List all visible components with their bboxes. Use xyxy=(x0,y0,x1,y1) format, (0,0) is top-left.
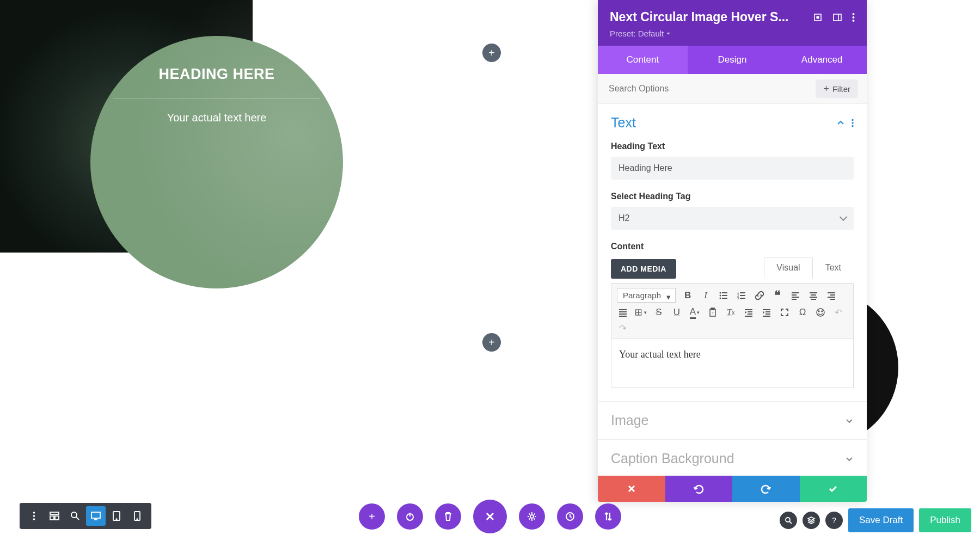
svg-rect-48 xyxy=(763,309,770,310)
circular-module-image[interactable] xyxy=(0,0,253,253)
heading-text-input[interactable] xyxy=(611,157,854,180)
tab-content[interactable]: Content xyxy=(598,46,688,74)
svg-rect-24 xyxy=(792,297,799,298)
align-right-icon[interactable] xyxy=(825,290,837,302)
filter-button[interactable]: + Filter xyxy=(816,79,858,98)
snap-icon[interactable] xyxy=(832,13,842,22)
wireframe-icon[interactable] xyxy=(45,506,64,526)
strike-icon[interactable]: S xyxy=(653,306,665,318)
paste-icon[interactable]: T xyxy=(707,306,719,318)
help-icon[interactable]: ? xyxy=(825,512,843,529)
svg-rect-33 xyxy=(830,299,835,300)
svg-rect-29 xyxy=(811,299,816,300)
tablet-view-icon[interactable] xyxy=(107,506,126,526)
quote-icon[interactable]: ❝ xyxy=(771,290,783,302)
power-icon[interactable] xyxy=(397,503,423,530)
save-draft-button[interactable]: Save Draft xyxy=(848,508,914,532)
add-module-button[interactable]: + xyxy=(482,333,501,352)
italic-icon[interactable]: I xyxy=(700,290,712,302)
section-text-header[interactable]: Text xyxy=(598,104,867,142)
history-icon[interactable] xyxy=(557,503,583,530)
outdent-icon[interactable] xyxy=(743,306,755,318)
menu-icon[interactable] xyxy=(24,506,44,526)
svg-rect-42 xyxy=(711,308,714,310)
add-section-button[interactable]: + xyxy=(359,503,385,530)
editor-tab-visual[interactable]: Visual xyxy=(764,257,812,279)
cancel-button[interactable] xyxy=(598,476,665,502)
add-module-button[interactable]: + xyxy=(482,44,501,62)
portability-icon[interactable] xyxy=(595,503,621,530)
special-char-icon[interactable]: Ω xyxy=(797,306,808,318)
chevron-down-icon xyxy=(845,416,854,425)
clear-format-icon[interactable]: Tx xyxy=(725,306,737,318)
heading-tag-label: Select Heading Tag xyxy=(611,192,854,201)
trash-icon[interactable] xyxy=(435,503,461,530)
close-builder-button[interactable] xyxy=(473,500,507,533)
svg-point-6 xyxy=(853,20,855,22)
svg-rect-32 xyxy=(828,297,835,298)
panel-tabs: Content Design Advanced xyxy=(598,46,867,74)
chevron-up-icon xyxy=(836,119,845,127)
panel-body: Text Heading Text xyxy=(598,104,867,476)
svg-point-72 xyxy=(530,515,534,518)
link-icon[interactable] xyxy=(754,290,765,302)
svg-line-75 xyxy=(789,521,792,524)
tab-design[interactable]: Design xyxy=(688,46,777,74)
undo-button[interactable] xyxy=(665,476,733,502)
redo-icon[interactable]: ↷ xyxy=(617,322,629,334)
section-more-icon[interactable] xyxy=(852,119,854,127)
align-center-icon[interactable] xyxy=(807,290,819,302)
svg-point-55 xyxy=(33,512,35,514)
tab-advanced[interactable]: Advanced xyxy=(777,46,867,74)
svg-point-53 xyxy=(818,311,819,312)
bold-icon[interactable]: B xyxy=(682,290,694,302)
zoom-icon[interactable] xyxy=(65,506,85,526)
table-icon[interactable]: ▾ xyxy=(635,306,647,318)
section-image-header[interactable]: Image xyxy=(598,402,867,439)
settings-icon[interactable] xyxy=(519,503,545,530)
indent-icon[interactable] xyxy=(761,306,773,318)
svg-rect-17 xyxy=(740,292,745,293)
svg-rect-58 xyxy=(50,512,59,514)
bullet-list-icon[interactable] xyxy=(718,290,730,302)
layers-icon[interactable] xyxy=(803,512,820,529)
section-caption-bg-header[interactable]: Caption Background xyxy=(598,440,867,476)
expand-icon[interactable] xyxy=(813,13,823,22)
number-list-icon[interactable]: 123 xyxy=(736,290,748,302)
confirm-button[interactable] xyxy=(800,476,867,502)
svg-rect-22 xyxy=(792,292,799,293)
svg-point-61 xyxy=(71,512,77,518)
align-justify-icon[interactable] xyxy=(617,306,629,318)
heading-tag-select[interactable]: H2 xyxy=(611,207,854,230)
svg-point-52 xyxy=(817,309,824,316)
preset-dropdown[interactable]: Default xyxy=(638,29,671,38)
underline-icon[interactable]: U xyxy=(671,306,683,318)
fullscreen-icon[interactable] xyxy=(779,306,791,318)
svg-rect-49 xyxy=(765,311,770,312)
search-input[interactable] xyxy=(607,81,816,97)
preset-row: Preset: Default xyxy=(610,29,855,38)
align-left-icon[interactable] xyxy=(789,290,801,302)
search-small-icon[interactable] xyxy=(780,512,797,529)
redo-button[interactable] xyxy=(732,476,800,502)
editor-tab-text[interactable]: Text xyxy=(813,257,854,279)
svg-rect-11 xyxy=(722,292,727,293)
more-icon[interactable] xyxy=(852,13,855,22)
publish-button[interactable]: Publish xyxy=(919,508,971,532)
desktop-view-icon[interactable] xyxy=(86,506,106,526)
emoji-icon[interactable] xyxy=(814,306,826,318)
paragraph-select[interactable]: Paragraph ▾ xyxy=(617,288,676,303)
undo-icon[interactable]: ↶ xyxy=(832,306,844,318)
editor-content[interactable]: Your actual text here xyxy=(611,339,854,388)
svg-rect-37 xyxy=(619,316,627,317)
svg-rect-23 xyxy=(792,294,797,296)
svg-point-56 xyxy=(33,515,35,517)
text-color-icon[interactable]: A▾ xyxy=(689,306,701,318)
mobile-view-icon[interactable] xyxy=(127,506,147,526)
add-media-button[interactable]: ADD MEDIA xyxy=(611,259,676,279)
svg-rect-25 xyxy=(792,299,797,300)
svg-rect-47 xyxy=(745,316,752,317)
svg-rect-60 xyxy=(55,516,59,520)
search-row: + Filter xyxy=(598,74,867,104)
svg-text:T: T xyxy=(712,311,714,316)
